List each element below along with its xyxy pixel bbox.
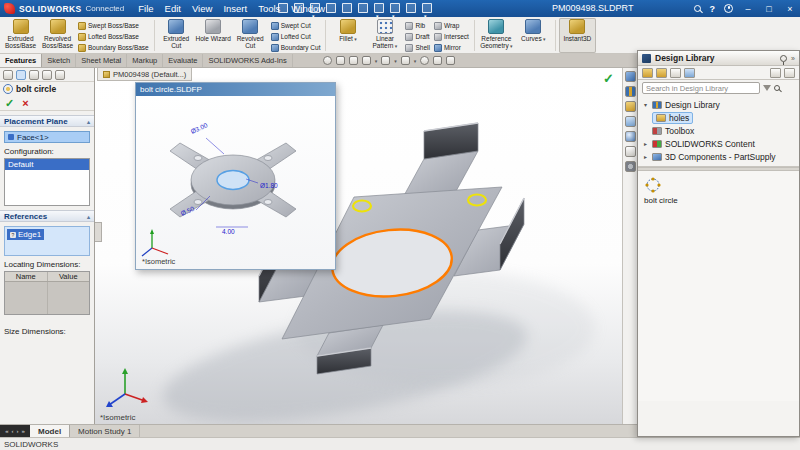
- new-document-icon[interactable]: [278, 3, 288, 13]
- chevron-right-icon[interactable]: ▸: [642, 153, 649, 160]
- panel-options-icon[interactable]: [784, 68, 795, 78]
- display-style-icon[interactable]: [401, 56, 410, 65]
- collapse-panel-icon[interactable]: »: [791, 55, 795, 62]
- design-library-icon[interactable]: [625, 86, 636, 97]
- file-properties-icon[interactable]: [406, 3, 416, 13]
- solidworks-forum-icon[interactable]: [625, 161, 636, 172]
- section-view-icon[interactable]: [362, 56, 371, 65]
- undo-icon[interactable]: [342, 3, 352, 13]
- view-palette-icon[interactable]: [625, 116, 636, 127]
- tab-markup[interactable]: Markup: [127, 54, 163, 67]
- ok-button[interactable]: ✓: [5, 97, 14, 110]
- view-settings-icon[interactable]: [446, 56, 455, 65]
- menu-file[interactable]: File: [138, 3, 153, 14]
- redo-icon[interactable]: [358, 3, 368, 13]
- selected-tree-item[interactable]: holes: [652, 112, 693, 124]
- chevron-right-icon[interactable]: ▸: [642, 140, 649, 147]
- tree-item-toolbox[interactable]: Toolbox: [638, 124, 799, 137]
- menu-insert[interactable]: Insert: [223, 3, 247, 14]
- swept-boss-base-button[interactable]: Swept Boss/Base: [76, 20, 151, 31]
- tab-motion-study-1[interactable]: Motion Study 1: [70, 425, 140, 437]
- boundary-cut-button[interactable]: Boundary Cut: [269, 42, 323, 53]
- dropdown-arrow-icon[interactable]: ▾: [414, 58, 417, 64]
- extruded-boss-base-button[interactable]: Extruded Boss/Base: [2, 18, 39, 53]
- lofted-boss-base-button[interactable]: Lofted Boss/Base: [76, 31, 151, 42]
- tab-evaluate[interactable]: Evaluate: [163, 54, 203, 67]
- tab-sheet-metal[interactable]: Sheet Metal: [76, 54, 127, 67]
- tree-item-3d-components[interactable]: ▸ 3D Components - PartSupply: [638, 150, 799, 163]
- feature-preview-window[interactable]: bolt circle.SLDFP: [135, 82, 336, 270]
- maximize-button[interactable]: □: [763, 4, 775, 14]
- create-palette-icon[interactable]: [770, 68, 781, 78]
- mirror-button[interactable]: Mirror: [432, 42, 471, 53]
- placement-plane-field[interactable]: Face<1>: [4, 131, 90, 143]
- references-header[interactable]: References ▴: [0, 210, 94, 222]
- revolved-cut-button[interactable]: Revolved Cut: [232, 18, 269, 53]
- view-orientation-icon[interactable]: [381, 56, 390, 65]
- fillet-button[interactable]: Fillet: [329, 18, 366, 53]
- tree-item-design-library[interactable]: ▾ Design Library: [638, 98, 799, 111]
- appearances-scenes-icon[interactable]: [625, 131, 636, 142]
- tab-scroll-controls[interactable]: « ‹ › »: [0, 425, 30, 437]
- dropdown-arrow-icon[interactable]: ▾: [394, 58, 397, 64]
- scroll-right-icon[interactable]: ›: [17, 428, 19, 434]
- configurationmanager-tab-icon[interactable]: [29, 70, 39, 80]
- hide-show-items-icon[interactable]: [420, 56, 429, 65]
- print-icon[interactable]: [326, 3, 336, 13]
- refresh-icon[interactable]: [684, 68, 695, 78]
- boundary-boss-base-button[interactable]: Boundary Boss/Base: [76, 42, 151, 53]
- references-listbox[interactable]: ? Edge1: [4, 226, 90, 256]
- lofted-cut-button[interactable]: Lofted Cut: [269, 31, 323, 42]
- minimize-button[interactable]: –: [742, 4, 754, 14]
- previous-view-icon[interactable]: [349, 56, 358, 65]
- scroll-first-icon[interactable]: «: [5, 428, 8, 434]
- search-icon[interactable]: [694, 5, 701, 12]
- search-icon[interactable]: [774, 85, 780, 91]
- user-account-icon[interactable]: [724, 4, 733, 13]
- menu-view[interactable]: View: [192, 3, 212, 14]
- intersect-button[interactable]: Intersect: [432, 31, 471, 42]
- solidworks-resources-icon[interactable]: [625, 71, 636, 82]
- open-document-icon[interactable]: [294, 3, 304, 13]
- tab-model[interactable]: Model: [30, 425, 70, 437]
- scroll-last-icon[interactable]: »: [22, 428, 25, 434]
- featuremanager-tab-icon[interactable]: [3, 70, 13, 80]
- configuration-selected-item[interactable]: Default: [5, 159, 89, 170]
- document-tab[interactable]: PM009498 (Default...): [97, 68, 192, 81]
- placement-plane-header[interactable]: Placement Plane ▴: [0, 115, 94, 127]
- zoom-fit-icon[interactable]: [323, 56, 332, 65]
- displaymanager-tab-icon[interactable]: [55, 70, 65, 80]
- save-icon[interactable]: [310, 3, 320, 13]
- tree-item-solidworks-content[interactable]: ▸ SOLIDWORKS Content: [638, 137, 799, 150]
- tab-sketch[interactable]: Sketch: [42, 54, 76, 67]
- zoom-area-icon[interactable]: [336, 56, 345, 65]
- tab-solidworks-add-ins[interactable]: SOLIDWORKS Add-Ins: [203, 54, 292, 67]
- edit-appearance-icon[interactable]: [433, 56, 442, 65]
- reference-selected-item[interactable]: ? Edge1: [7, 229, 44, 240]
- swept-cut-button[interactable]: Swept Cut: [269, 20, 323, 31]
- cancel-button[interactable]: ×: [22, 97, 28, 109]
- file-explorer-icon[interactable]: [625, 101, 636, 112]
- filter-icon[interactable]: [763, 85, 771, 91]
- linear-pattern-button[interactable]: Linear Pattern: [366, 18, 403, 53]
- options-icon[interactable]: [422, 3, 432, 13]
- instant3d-toggle[interactable]: Instant3D: [559, 18, 596, 53]
- confirmation-corner-ok[interactable]: ✓: [603, 71, 614, 86]
- dimxpertmanager-tab-icon[interactable]: [42, 70, 52, 80]
- scroll-left-icon[interactable]: ‹: [12, 428, 14, 434]
- custom-properties-icon[interactable]: [625, 146, 636, 157]
- graphics-viewport[interactable]: PM009498 (Default...) ✓: [95, 68, 622, 424]
- tree-item-holes[interactable]: holes: [638, 111, 799, 124]
- add-file-location-icon[interactable]: [656, 68, 667, 78]
- curves-button[interactable]: Curves: [515, 18, 552, 53]
- shell-button[interactable]: Shell: [403, 42, 431, 53]
- preview-window-titlebar[interactable]: bolt circle.SLDFP: [136, 83, 335, 96]
- dropdown-arrow-icon[interactable]: ▾: [375, 58, 378, 64]
- reference-geometry-button[interactable]: Reference Geometry: [478, 18, 515, 53]
- configuration-listbox[interactable]: Default: [4, 158, 90, 206]
- draft-button[interactable]: Draft: [403, 31, 431, 42]
- menu-edit[interactable]: Edit: [165, 3, 181, 14]
- rebuild-icon[interactable]: [390, 3, 400, 13]
- propertymanager-tab-icon[interactable]: [16, 70, 26, 80]
- search-input[interactable]: [642, 82, 760, 94]
